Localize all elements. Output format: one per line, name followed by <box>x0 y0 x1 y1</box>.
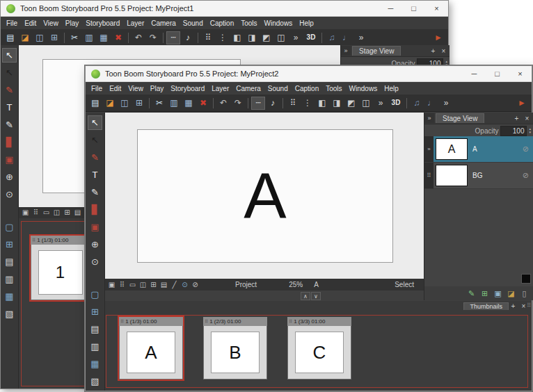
toolbar-separator[interactable] <box>406 98 407 108</box>
panel-grip-icon[interactable]: ⠿ <box>289 319 292 325</box>
grid-icon[interactable]: ⠿ <box>201 31 215 44</box>
toolbar-separator[interactable] <box>163 33 164 43</box>
redo-icon[interactable]: ↷ <box>231 97 245 110</box>
panel-grip-icon[interactable]: ⠿ <box>205 319 208 325</box>
delete-icon[interactable]: ✖ <box>111 31 125 44</box>
minimize-button[interactable]: ─ <box>379 1 402 16</box>
pen-tool-icon[interactable]: ✎ <box>88 185 102 199</box>
add-vector-layer-icon[interactable]: ✎ <box>466 288 477 299</box>
safe-area-icon[interactable]: ▭ <box>127 280 138 290</box>
menu-item[interactable]: Camera <box>232 85 264 92</box>
redo-icon[interactable]: ↷ <box>146 31 160 44</box>
3d-mode-icon[interactable]: 3D <box>388 97 404 110</box>
toolbar-separator[interactable] <box>198 33 198 43</box>
menu-item[interactable]: Tools <box>322 85 345 92</box>
close-button[interactable]: × <box>425 1 448 16</box>
pages-icon[interactable]: ▧ <box>88 374 102 389</box>
field-grid-icon[interactable]: ⊞ <box>62 208 72 218</box>
field-grid-icon[interactable]: ⊞ <box>148 280 159 290</box>
layer-visibility-icon[interactable]: ⊘ <box>523 171 529 180</box>
open-project-icon[interactable]: ◪ <box>103 97 117 110</box>
menu-item[interactable]: Play <box>147 85 167 92</box>
pages-icon[interactable]: ▧ <box>2 307 17 321</box>
paste-icon[interactable]: ▦ <box>97 31 111 44</box>
camera-mask-icon[interactable]: ◫ <box>138 280 148 290</box>
brush-tool-icon[interactable]: ▊ <box>2 135 17 149</box>
menu-item[interactable]: Windows <box>261 19 296 27</box>
open-project-icon[interactable]: ◪ <box>18 31 32 44</box>
storyboard-panel-1[interactable]: ⠿ 1 (1/3) 01:00 1 <box>31 236 90 300</box>
tab-stage-view[interactable]: Stage View <box>436 113 484 123</box>
menu-item[interactable]: File <box>3 19 21 27</box>
layout-split-icon[interactable]: ◫ <box>274 31 288 44</box>
panel-resize-grip[interactable]: ⠿ <box>527 302 530 309</box>
undo-icon[interactable]: ↶ <box>132 31 145 44</box>
toolbar-overflow-icon[interactable]: » <box>374 97 388 110</box>
duplicate-panel-icon[interactable]: ▥ <box>2 272 17 286</box>
proportion-grid-icon[interactable]: ▤ <box>159 280 169 290</box>
panel-view-icon[interactable]: ┄ <box>166 31 180 44</box>
panel-collapse-icon[interactable]: » <box>424 113 434 123</box>
maximize-button[interactable]: □ <box>486 66 509 81</box>
collapse-down-button[interactable]: ∨ <box>311 292 321 300</box>
show-grid-icon[interactable]: ⠿ <box>31 208 41 218</box>
storyboard-panel[interactable]: ⠿ 1 (2/3) 01:00 B <box>203 317 267 379</box>
toolbar-separator[interactable] <box>149 98 150 108</box>
layout-top-icon[interactable]: ◩ <box>260 31 273 44</box>
stamp-tool-icon[interactable]: ▣ <box>2 152 17 167</box>
zoom-level[interactable]: 25% <box>289 281 303 288</box>
layer-grip-icon[interactable]: ⠿ <box>424 163 433 188</box>
minimize-button[interactable]: ─ <box>463 66 486 81</box>
toolbar-separator[interactable] <box>321 33 322 43</box>
toolbar-separator[interactable] <box>283 98 283 108</box>
menu-item[interactable]: Layer <box>123 19 148 27</box>
layout-left-icon[interactable]: ◧ <box>230 31 244 44</box>
new-project-icon[interactable]: ▤ <box>88 97 102 110</box>
menu-item[interactable]: File <box>88 85 106 92</box>
layer-row[interactable]: » A A ⊘ <box>424 136 533 163</box>
layout-split-icon[interactable]: ◫ <box>359 97 373 110</box>
line-art-icon[interactable]: ╱ <box>169 280 180 290</box>
menu-item[interactable]: Storyboard <box>167 85 208 92</box>
storyboard-panel[interactable]: ⠿ 1 (3/3) 01:00 C <box>287 317 351 379</box>
menu-item[interactable]: Camera <box>148 19 180 27</box>
toolbar-overflow-icon[interactable]: » <box>439 97 453 110</box>
save-all-icon[interactable]: ⊞ <box>132 97 146 110</box>
safe-area-icon[interactable]: ▭ <box>41 208 51 218</box>
maximize-button[interactable]: □ <box>402 1 425 16</box>
new-panel-icon[interactable]: ⊞ <box>88 304 102 319</box>
stage-canvas[interactable]: A <box>105 113 424 279</box>
opacity-spinner[interactable]: ▴▾ <box>529 127 531 134</box>
reset-view-icon[interactable]: ▣ <box>106 280 117 290</box>
toolbar-overflow-icon[interactable]: » <box>354 31 368 44</box>
panel-select-icon[interactable]: ▢ <box>2 220 17 234</box>
titlebar[interactable]: Toon Boom Storyboard Pro 5.5 Project: My… <box>86 66 532 82</box>
titlebar[interactable]: Toon Boom Storyboard Pro 5.5 Project: My… <box>1 1 448 17</box>
layer-visibility-icon[interactable]: ⊘ <box>523 145 529 154</box>
duplicate-layer-icon[interactable]: ▣ <box>493 288 503 299</box>
menu-item[interactable]: Windows <box>346 85 381 92</box>
panel-select-icon[interactable]: ▢ <box>88 287 102 302</box>
toolbar-separator[interactable] <box>248 98 248 108</box>
hand-tool-icon[interactable]: ⊕ <box>2 170 17 184</box>
duplicate-panel-icon[interactable]: ▥ <box>88 339 102 354</box>
save-icon[interactable]: ◫ <box>118 97 132 110</box>
layout-right-icon[interactable]: ◨ <box>330 97 344 110</box>
cut-icon[interactable]: ✂ <box>67 31 81 44</box>
add-panel-icon[interactable]: ▤ <box>88 322 102 336</box>
brush-tool-icon[interactable]: ▊ <box>88 202 102 217</box>
layout-left-icon[interactable]: ◧ <box>315 97 329 110</box>
import-images-icon[interactable]: ◪ <box>506 288 516 299</box>
menu-item[interactable]: Caption <box>207 19 237 27</box>
text-tool-icon[interactable]: T <box>2 100 17 115</box>
light-table-icon[interactable]: ⊘ <box>190 280 200 290</box>
menu-item[interactable]: Help <box>296 19 317 27</box>
toolbar-separator[interactable] <box>213 98 214 108</box>
panel-view-icon[interactable]: ┄ <box>251 97 265 110</box>
save-all-icon[interactable]: ⊞ <box>47 31 61 44</box>
panel-grip-icon[interactable]: ⠿ <box>32 238 35 243</box>
copy-icon[interactable]: ▥ <box>167 97 181 110</box>
opacity-input[interactable]: 100 <box>500 126 527 136</box>
save-icon[interactable]: ◫ <box>33 31 47 44</box>
toolbar-separator[interactable] <box>128 33 129 43</box>
